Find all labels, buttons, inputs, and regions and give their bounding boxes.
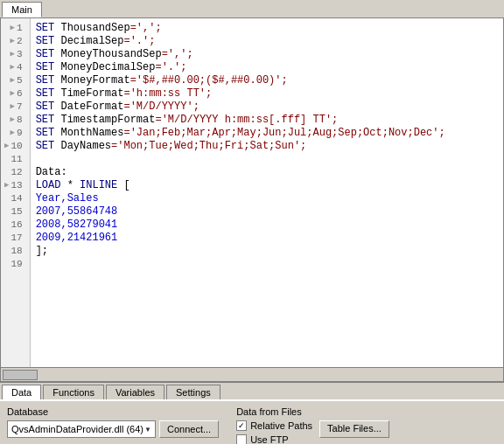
code-token: SET	[36, 35, 61, 47]
files-label: Data from Files	[236, 406, 389, 417]
files-inner: ✓ Relative Paths Use FTP Table Files...	[236, 420, 389, 444]
code-token: SET	[36, 127, 61, 139]
use-ftp-row[interactable]: Use FTP	[236, 434, 312, 444]
line-number-14: 14	[4, 192, 26, 205]
code-token: TimeFormat	[60, 87, 123, 100]
code-token: MoneyFormat	[60, 74, 130, 87]
line-number-5: ▶5	[4, 74, 26, 87]
code-token: DayNames	[60, 140, 111, 152]
line-num-text: 1	[17, 22, 23, 35]
code-token: Data:	[36, 166, 67, 178]
code-token: SET	[36, 61, 61, 73]
scrollbar-thumb[interactable]	[3, 370, 38, 380]
line-number-12: 12	[4, 166, 26, 179]
line-number-9: ▶9	[4, 127, 26, 140]
code-token: ='.';	[155, 61, 186, 73]
checkboxes: ✓ Relative Paths Use FTP	[236, 420, 312, 444]
code-token: SET	[36, 101, 61, 113]
line-number-13: ▶13	[4, 179, 26, 192]
line-num-text: 15	[10, 205, 22, 219]
relative-paths-row[interactable]: ✓ Relative Paths	[236, 420, 312, 431]
code-token: ='Mon;Tue;Wed;Thu;Fri;Sat;Sun';	[111, 140, 306, 152]
line-number-11: 11	[4, 153, 26, 166]
code-line-5: SET MoneyFormat='$#,##0.00;($#,##0.00)';	[36, 74, 498, 87]
database-dropdown[interactable]: QvsAdminDataProvider.dll (64) ▼	[7, 420, 156, 438]
tab-main[interactable]: Main	[2, 2, 42, 17]
line-arrow-icon: ▶	[10, 74, 15, 87]
tab-data[interactable]: Data	[2, 385, 41, 399]
table-files-button[interactable]: Table Files...	[319, 420, 389, 438]
line-arrow-icon: ▶	[10, 87, 15, 101]
code-line-12: Data:	[36, 166, 498, 179]
code-token: MoneyDecimalSep	[60, 61, 155, 73]
code-line-11	[36, 153, 498, 166]
code-token: 2009,21421961	[36, 232, 118, 244]
code-token: Year,Sales	[36, 192, 99, 205]
bottom-tab-bar: DataFunctionsVariablesSettings	[0, 382, 504, 399]
code-token: ];	[36, 245, 48, 257]
code-line-15: 2007,55864748	[36, 205, 498, 219]
line-num-text: 18	[10, 245, 22, 258]
code-line-16: 2008,58279041	[36, 219, 498, 232]
line-number-10: ▶10	[4, 140, 26, 153]
use-ftp-label: Use FTP	[250, 434, 288, 444]
line-number-2: ▶2	[4, 35, 26, 48]
line-number-1: ▶1	[4, 22, 26, 35]
line-number-4: ▶4	[4, 61, 26, 74]
code-token: [	[117, 179, 130, 191]
code-token: SET	[36, 87, 61, 100]
code-token: ='h:mm:ss TT';	[123, 87, 212, 100]
line-numbers: ▶1▶2▶3▶4▶5▶6▶7▶8▶9▶101112▶13141516171819	[1, 18, 31, 367]
database-row: QvsAdminDataProvider.dll (64) ▼ Connect.…	[7, 420, 219, 438]
line-number-19: 19	[4, 258, 26, 271]
line-num-text: 14	[10, 192, 22, 205]
code-token: ='Jan;Feb;Mar;Apr;May;Jun;Jul;Aug;Sep;Oc…	[123, 127, 444, 139]
line-num-text: 5	[17, 74, 23, 87]
tab-functions[interactable]: Functions	[43, 385, 104, 399]
connect-button[interactable]: Connect...	[159, 420, 219, 438]
code-line-18: ];	[36, 245, 498, 258]
code-token: SET	[36, 140, 61, 152]
line-arrow-icon: ▶	[4, 179, 9, 192]
code-token: =',';	[130, 22, 162, 34]
line-num-text: 7	[17, 101, 23, 114]
code-token: *	[60, 179, 80, 191]
tab-settings[interactable]: Settings	[166, 385, 220, 399]
line-arrow-icon: ▶	[10, 35, 15, 48]
code-token: SET	[36, 22, 61, 34]
database-label: Database	[7, 406, 219, 417]
code-line-14: Year,Sales	[36, 192, 498, 205]
code-token: ='M/D/YYYY h:mm:ss[.fff] TT';	[155, 114, 338, 126]
relative-paths-checkbox[interactable]: ✓	[236, 420, 247, 431]
horizontal-scrollbar[interactable]	[0, 368, 504, 382]
line-arrow-icon: ▶	[10, 22, 15, 35]
code-line-3: SET MoneyThousandSep=',';	[36, 48, 498, 61]
code-token: DecimalSep	[60, 35, 123, 47]
line-num-text: 9	[17, 127, 23, 140]
line-number-16: 16	[4, 219, 26, 232]
code-line-8: SET TimestampFormat='M/D/YYYY h:mm:ss[.f…	[36, 114, 498, 127]
line-arrow-icon: ▶	[10, 101, 15, 114]
code-line-7: SET DateFormat='M/D/YYYY';	[36, 101, 498, 114]
line-num-text: 17	[10, 232, 22, 245]
line-number-15: 15	[4, 205, 26, 219]
code-line-13: LOAD * INLINE [	[36, 179, 498, 192]
code-token: INLINE	[80, 179, 117, 191]
code-token: LOAD	[36, 179, 61, 191]
top-tab-bar: Main	[0, 0, 504, 18]
code-editor[interactable]: ▶1▶2▶3▶4▶5▶6▶7▶8▶9▶101112▶13141516171819…	[0, 18, 504, 368]
code-token: 2007,55864748	[36, 205, 118, 218]
line-arrow-icon: ▶	[4, 140, 9, 153]
code-content[interactable]: SET ThousandSep=',';SET DecimalSep='.';S…	[31, 18, 503, 367]
line-number-18: 18	[4, 245, 26, 258]
code-line-2: SET DecimalSep='.';	[36, 35, 498, 48]
line-arrow-icon: ▶	[10, 127, 15, 140]
code-line-19	[36, 258, 498, 271]
code-token: MoneyThousandSep	[60, 48, 161, 60]
use-ftp-checkbox[interactable]	[236, 434, 247, 444]
line-num-text: 8	[17, 114, 23, 127]
code-line-4: SET MoneyDecimalSep='.';	[36, 61, 498, 74]
tab-variables[interactable]: Variables	[106, 385, 164, 399]
code-token: =',';	[162, 48, 193, 60]
code-token: TimestampFormat	[60, 114, 155, 126]
